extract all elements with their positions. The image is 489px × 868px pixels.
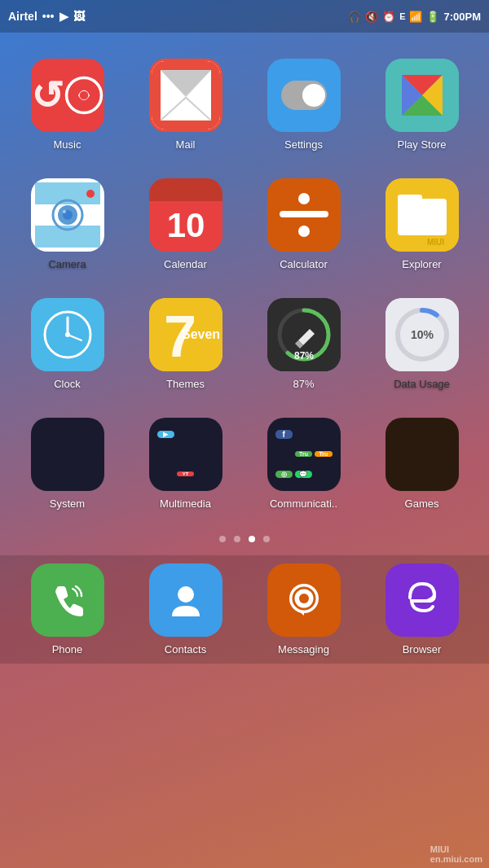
phone-icon [31, 563, 104, 637]
page-dot-1[interactable] [219, 536, 226, 542]
app-settings[interactable]: Settings [244, 49, 363, 160]
signal-bars-icon: 📶 [409, 11, 422, 23]
app-communication[interactable]: f Tru Tru ◎ 💬 Communicati.. [244, 408, 363, 519]
multimedia-icon: ▶ YT [149, 418, 222, 491]
app-calendar[interactable]: 10 Calendar [126, 169, 244, 280]
play-icon: ▶ [59, 10, 68, 23]
mute-icon: 🔇 [365, 11, 378, 23]
app-games[interactable]: Games [363, 408, 481, 519]
explorer-label: Explorer [402, 258, 441, 270]
page-dot-2[interactable] [234, 536, 240, 542]
mail-label: Mail [176, 138, 196, 151]
playstore-label: Play Store [398, 138, 447, 151]
games-icon [385, 418, 459, 491]
app-playstore[interactable]: Play Store [363, 49, 481, 160]
clock-icon [31, 298, 104, 371]
themes-icon: 7 Seven [149, 298, 222, 371]
app-datausage[interactable]: 10% Data Usage [363, 288, 481, 400]
browser-icon [385, 563, 459, 637]
page-dots [0, 528, 489, 555]
time-label: 7:00PM [443, 11, 481, 23]
app-multimedia[interactable]: ▶ YT Multimedia [126, 408, 244, 519]
phone-label: Phone [52, 643, 83, 655]
dock-phone[interactable]: Phone [31, 563, 104, 655]
browser-label: Browser [403, 643, 442, 655]
svg-rect-29 [149, 195, 222, 201]
alarm-icon: ⏰ [382, 11, 395, 23]
calendar-label: Calendar [164, 258, 207, 270]
headphone-icon: 🎧 [348, 11, 361, 23]
app-row-3: Clock 7 Seven Themes 87% [0, 288, 489, 408]
music-label: Music [54, 138, 82, 151]
bottom-dock: Phone Contacts Messaging [0, 555, 489, 664]
explorer-icon: MIUI [385, 178, 459, 252]
svg-point-32 [298, 193, 310, 204]
communication-label: Communicati.. [270, 498, 337, 510]
app-calculator[interactable]: Calculator [244, 169, 363, 280]
app-system[interactable]: System [8, 408, 126, 519]
status-right: 🎧 🔇 ⏰ E 📶 🔋 7:00PM [348, 11, 481, 23]
app-music[interactable]: Music [8, 49, 126, 160]
app-cleaner[interactable]: 87% 87% [244, 288, 363, 400]
svg-point-34 [298, 226, 310, 237]
camera-icon [31, 178, 104, 252]
app-row-1: Music Mail [0, 33, 489, 169]
status-bar: Airtel ••• ▶ 🖼 🎧 🔇 ⏰ E 📶 🔋 7:00PM [0, 0, 489, 33]
svg-text:MIUI: MIUI [426, 238, 443, 247]
page-dot-4[interactable] [263, 536, 270, 542]
mail-icon [149, 59, 222, 132]
contacts-label: Contacts [165, 643, 206, 655]
svg-rect-6 [210, 61, 219, 129]
svg-rect-37 [398, 195, 422, 204]
carrier-label: Airtel [8, 10, 37, 23]
messaging-label: Messaging [278, 643, 329, 655]
contacts-icon [149, 563, 222, 637]
svg-text:10: 10 [166, 206, 205, 244]
datausage-label: Data Usage [394, 378, 450, 390]
svg-text:Seven: Seven [182, 327, 220, 341]
svg-rect-4 [152, 121, 220, 129]
dock-browser[interactable]: Browser [385, 563, 459, 655]
settings-label: Settings [284, 138, 323, 151]
calculator-icon [267, 178, 341, 252]
settings-icon [267, 59, 341, 132]
dock-messaging[interactable]: Messaging [267, 563, 341, 655]
signal-e-icon: E [399, 11, 405, 21]
battery-icon: 🔋 [426, 11, 439, 23]
app-camera[interactable]: Camera [8, 169, 126, 280]
playstore-icon [385, 59, 459, 132]
cleaner-icon: 87% [267, 298, 341, 371]
app-row-4: System ▶ YT Multimedia f Tru Tru ◎ 💬 [0, 408, 489, 528]
svg-point-55 [178, 586, 194, 603]
calculator-label: Calculator [280, 258, 328, 270]
multimedia-label: Multimedia [160, 498, 211, 510]
signal-dots: ••• [42, 10, 55, 23]
system-label: System [50, 498, 85, 510]
svg-rect-3 [152, 61, 220, 70]
svg-point-26 [86, 190, 95, 198]
svg-rect-5 [152, 61, 161, 129]
themes-label: Themes [166, 378, 205, 390]
datausage-icon: 10% [385, 298, 459, 371]
svg-point-59 [299, 594, 309, 603]
svg-point-43 [65, 332, 70, 337]
app-clock[interactable]: Clock [8, 288, 126, 400]
status-left: Airtel ••• ▶ 🖼 [8, 10, 85, 23]
dock-contacts[interactable]: Contacts [149, 563, 222, 655]
image-icon: 🖼 [73, 10, 85, 23]
app-themes[interactable]: 7 Seven Themes [126, 288, 244, 400]
cleaner-label: 87% [293, 378, 314, 390]
clock-label: Clock [54, 378, 81, 390]
music-icon [31, 59, 104, 132]
page-dot-3[interactable] [249, 536, 255, 542]
svg-point-13 [302, 84, 325, 107]
messaging-icon [267, 563, 341, 637]
app-row-2: Camera 10 Calendar Calcula [0, 169, 489, 288]
svg-point-1 [79, 91, 88, 100]
svg-point-25 [63, 210, 66, 213]
calendar-icon: 10 [149, 178, 222, 252]
miui-watermark: MIUIen.miui.com [430, 844, 482, 864]
app-mail[interactable]: Mail [126, 49, 244, 160]
communication-icon: f Tru Tru ◎ 💬 [267, 418, 341, 491]
app-explorer[interactable]: MIUI Explorer [363, 169, 481, 280]
